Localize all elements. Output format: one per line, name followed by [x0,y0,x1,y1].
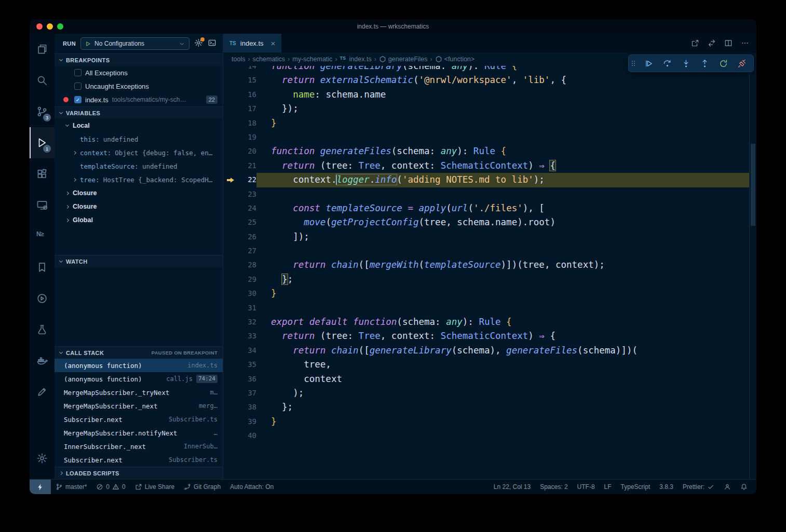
status-item[interactable] [736,480,752,494]
call-stack-frame[interactable]: (anonymous function)index.ts [55,359,223,372]
code-line[interactable]: 33 return (tree: Tree, context: Schemati… [223,329,749,343]
gutter[interactable] [223,329,237,343]
call-stack-frame[interactable]: MergeMapSubscriber.notifyNext… [55,426,223,440]
status-item[interactable]: Auto Attach: On [225,480,278,494]
code-line[interactable]: 26 ]); [223,230,749,244]
section-watch[interactable]: WATCH [55,255,223,267]
gutter[interactable] [223,230,237,244]
status-item[interactable] [719,480,736,494]
status-item[interactable]: Live Share [130,480,179,494]
section-loaded-scripts[interactable]: LOADED SCRIPTS [55,467,223,479]
gutter[interactable] [223,400,237,414]
breadcrumb-item[interactable]: TSindex.ts [340,56,372,63]
code-line[interactable]: 37 ); [223,386,749,400]
activity-live-share[interactable] [30,283,55,314]
variable-row[interactable]: Closure [55,186,223,200]
code-line[interactable]: 24 const templateSource = apply(url('./f… [223,201,749,215]
gutter[interactable] [223,386,237,400]
drag-handle[interactable] [631,59,639,68]
code-line[interactable]: 19 [223,130,749,144]
activity-docker[interactable] [30,345,55,376]
minimize-window-button[interactable] [47,23,53,30]
status-item[interactable]: 00 [91,480,130,494]
variable-row[interactable]: templateSource:undefined [55,159,223,173]
status-item[interactable]: 3.8.3 [655,480,678,494]
variable-row[interactable]: context:Object {debug: false, en… [55,146,223,159]
code-editor[interactable]: 14function generateLibrary(schema: any):… [223,66,756,479]
checkbox[interactable]: ✓ [74,96,82,103]
section-breakpoints[interactable]: BREAKPOINTS [55,53,223,66]
code-line[interactable]: 23 [223,187,749,201]
breakpoint-row[interactable]: All Exceptions [55,66,223,79]
gutter[interactable] [223,244,237,258]
tab-index-ts[interactable]: TS index.ts × [223,34,281,52]
gutter[interactable] [223,344,237,358]
variable-row[interactable]: Closure [55,200,223,213]
variable-row[interactable]: this:undefined [55,132,223,146]
call-stack-frame[interactable]: (anonymous function)call.js74:24 [55,372,223,386]
gutter[interactable] [223,258,237,272]
call-stack-frame[interactable]: MergeMapSubscriber._nextmerg… [55,399,223,413]
continue-button[interactable] [639,55,658,72]
more-button[interactable] [741,39,749,47]
section-call-stack[interactable]: CALL STACK PAUSED ON BREAKPOINT [55,346,223,359]
variable-row[interactable]: Global [55,213,223,227]
variable-row[interactable]: tree:HostTree {_backend: ScopedH… [55,173,223,186]
code-line[interactable]: 31 [223,301,749,315]
code-line[interactable]: 18} [223,116,749,130]
status-item[interactable]: TypeScript [616,480,655,494]
status-item[interactable]: LF [600,480,616,494]
activity-remote-explorer[interactable] [30,189,55,221]
gutter[interactable] [223,315,237,329]
code-line[interactable]: 16 name: schema.name [223,88,749,102]
activity-bookmarks[interactable] [30,252,55,283]
code-line[interactable]: 25 move(getProjectConfig(tree, schema.na… [223,215,749,229]
gutter[interactable] [223,173,237,187]
activity-notes[interactable] [30,376,55,407]
checkbox[interactable] [74,69,82,76]
gutter[interactable] [223,287,237,301]
status-item[interactable]: Git Graph [179,480,225,494]
code-line[interactable]: 39} [223,415,749,429]
restart-button[interactable] [714,55,733,72]
step-over-button[interactable] [658,55,676,72]
breadcrumb-item[interactable]: tools [232,56,245,63]
code-line[interactable]: 35 tree, [223,358,749,372]
gutter[interactable] [223,130,237,144]
status-item[interactable]: Ln 22, Col 13 [489,480,535,494]
code-line[interactable]: 27 [223,244,749,258]
activity-run-debug[interactable]: 1 [30,127,55,158]
start-debug-icon[interactable] [85,40,91,47]
call-stack-frame[interactable]: InnerSubscriber._nextInnerSub… [55,440,223,453]
breakpoint-row[interactable]: ✓index.tstools/schematics/my-sch…22 [55,93,223,106]
gutter[interactable] [223,429,237,443]
editor-scrollbar[interactable] [749,66,756,479]
gutter[interactable] [223,73,237,87]
activity-nx-console[interactable]: N≥ [30,221,55,252]
code-line[interactable]: 28 return chain([mergeWith(templateSourc… [223,258,749,272]
breadcrumb-item[interactable]: schematics [253,56,286,63]
code-line[interactable]: 30} [223,287,749,301]
code-line[interactable]: 22 context.logger.info('adding NOTES.md … [223,173,749,187]
gutter[interactable] [223,201,237,215]
compare-button[interactable] [708,39,716,47]
gutter[interactable] [223,358,237,372]
call-stack-frame[interactable]: MergeMapSubscriber._tryNextm… [55,386,223,399]
call-stack-frame[interactable]: Subscriber.nextSubscriber.ts [55,453,223,467]
title-bar[interactable]: index.ts — wrkschematics [30,19,756,34]
status-item[interactable]: master* [51,480,91,494]
debug-settings-gear[interactable] [194,38,203,49]
activity-extensions[interactable] [30,158,55,189]
activity-search[interactable] [30,65,55,96]
code-line[interactable]: 15 return externalSchematic('@nrwl/works… [223,73,749,87]
gutter[interactable] [223,116,237,130]
breadcrumb-item[interactable]: my-schematic [292,56,332,63]
gutter[interactable] [223,102,237,116]
activity-testing[interactable] [30,314,55,345]
gutter[interactable] [223,415,237,429]
config-dropdown[interactable]: No Configurations [80,37,189,50]
step-out-button[interactable] [695,55,714,72]
status-item[interactable]: Prettier: [678,480,719,494]
gutter[interactable] [223,187,237,201]
split-editor-button[interactable] [724,39,733,47]
